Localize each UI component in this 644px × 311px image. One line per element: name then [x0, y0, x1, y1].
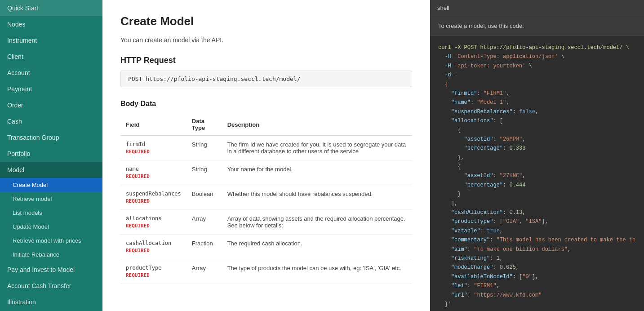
- table-cell-field: allocations REQUIRED: [120, 210, 187, 235]
- sidebar-item-transaction-group[interactable]: Transaction Group: [0, 129, 102, 146]
- sidebar-item-initiate-rebalance[interactable]: Initiate Rebalance: [0, 248, 102, 262]
- right-panel: shell To create a model, use this code: …: [430, 0, 644, 311]
- table-cell-type: Array: [187, 259, 222, 284]
- table-cell-desc: The required cash allocation.: [222, 235, 412, 259]
- shell-tab-label: shell: [437, 4, 449, 11]
- table-cell-desc: The type of products the model can be us…: [222, 259, 412, 284]
- table-cell-type: String: [187, 135, 222, 160]
- table-row: allocations REQUIRED Array Array of data…: [120, 210, 412, 235]
- table-cell-desc: The firm Id we have created for you. It …: [222, 135, 412, 160]
- table-cell-field: productType REQUIRED: [120, 259, 187, 284]
- table-row: firmId REQUIRED String The firm Id we ha…: [120, 135, 412, 160]
- table-row: productType REQUIRED Array The type of p…: [120, 259, 412, 284]
- shell-tab[interactable]: shell: [430, 0, 644, 16]
- required-badge: REQUIRED: [126, 149, 181, 155]
- sidebar: Quick Start Nodes Instrument Client Acco…: [0, 0, 102, 311]
- sidebar-item-payment[interactable]: Payment: [0, 81, 102, 97]
- sidebar-item-retrieve-model-prices[interactable]: Retrieve model with prices: [0, 234, 102, 248]
- sidebar-item-list-models[interactable]: List models: [0, 206, 102, 220]
- table-cell-type: Array: [187, 210, 222, 235]
- required-badge: REQUIRED: [126, 272, 181, 278]
- shell-description: To create a model, use this code:: [430, 16, 644, 36]
- table-cell-type: Fraction: [187, 235, 222, 259]
- main-content: Create Model You can create an model via…: [102, 0, 430, 311]
- required-badge: REQUIRED: [126, 223, 181, 229]
- sidebar-item-instrument[interactable]: Instrument: [0, 32, 102, 49]
- http-request-heading: HTTP Request: [120, 56, 412, 65]
- page-title: Create Model: [120, 14, 412, 28]
- sidebar-item-client[interactable]: Client: [0, 49, 102, 65]
- col-description: Description: [222, 114, 412, 135]
- required-badge: REQUIRED: [126, 173, 181, 179]
- table-cell-field: name REQUIRED: [120, 160, 187, 185]
- body-data-table: Field Data Type Description firmId REQUI…: [120, 114, 412, 284]
- table-cell-type: Boolean: [187, 185, 222, 210]
- required-badge: REQUIRED: [126, 248, 181, 253]
- col-datatype: Data Type: [187, 114, 222, 135]
- table-cell-field: cashAllocation REQUIRED: [120, 235, 187, 259]
- sidebar-item-portfolio[interactable]: Portfolio: [0, 146, 102, 162]
- required-badge: REQUIRED: [126, 198, 181, 204]
- col-field: Field: [120, 114, 187, 135]
- table-row: name REQUIRED String Your name for the m…: [120, 160, 412, 185]
- table-cell-field: firmId REQUIRED: [120, 135, 187, 160]
- sidebar-item-quick-start[interactable]: Quick Start: [0, 0, 102, 16]
- sidebar-item-nodes[interactable]: Nodes: [0, 16, 102, 32]
- sidebar-item-model[interactable]: Model: [0, 162, 102, 178]
- page-description: You can create an model via the API.: [120, 36, 412, 45]
- table-row: cashAllocation REQUIRED Fraction The req…: [120, 235, 412, 259]
- table-cell-type: String: [187, 160, 222, 185]
- sidebar-item-cash[interactable]: Cash: [0, 113, 102, 129]
- table-row: suspendRebalances REQUIRED Boolean Wheth…: [120, 185, 412, 210]
- table-cell-desc: Array of data showing assets and the req…: [222, 210, 412, 235]
- table-cell-desc: Your name for the model.: [222, 160, 412, 185]
- sidebar-item-update-model[interactable]: Update Model: [0, 220, 102, 234]
- table-cell-desc: Whether this model should have rebalance…: [222, 185, 412, 210]
- http-method-url: POST https://pfolio-api-staging.seccl.te…: [128, 76, 301, 82]
- sidebar-item-order[interactable]: Order: [0, 97, 102, 113]
- http-request-box: POST https://pfolio-api-staging.seccl.te…: [120, 71, 412, 87]
- sidebar-item-account-cash-transfer[interactable]: Account Cash Transfer: [0, 278, 102, 294]
- table-cell-field: suspendRebalances REQUIRED: [120, 185, 187, 210]
- sidebar-item-retrieve-model[interactable]: Retrieve model: [0, 192, 102, 206]
- code-block: curl -X POST https://pfolio-api-staging.…: [430, 36, 644, 311]
- sidebar-item-account[interactable]: Account: [0, 65, 102, 81]
- sidebar-item-illustration[interactable]: Illustration: [0, 294, 102, 310]
- sidebar-item-create-model[interactable]: Create Model: [0, 178, 102, 192]
- sidebar-item-pay-invest[interactable]: Pay and Invest to Model: [0, 262, 102, 278]
- body-data-heading: Body Data: [120, 100, 412, 108]
